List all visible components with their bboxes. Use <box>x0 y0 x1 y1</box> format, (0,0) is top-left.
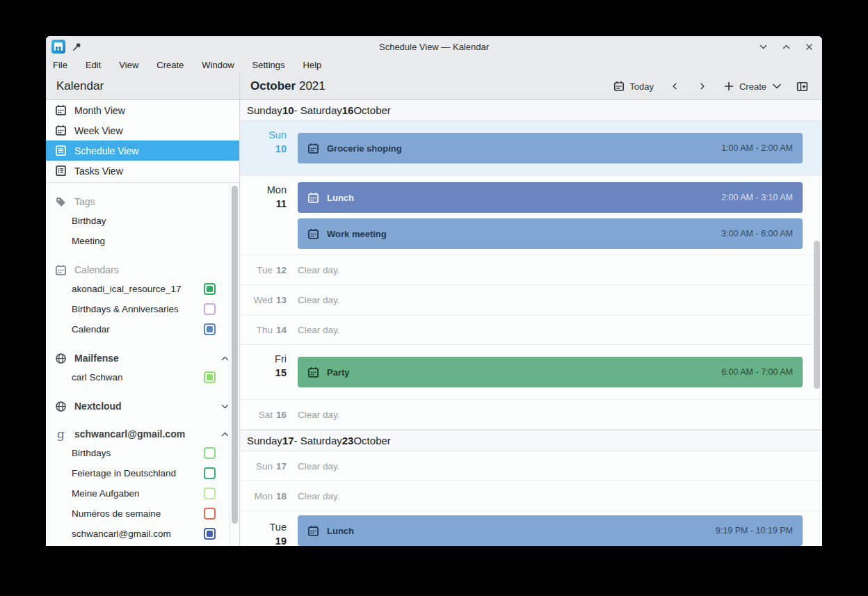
clear-day-label: Clear day. <box>298 410 340 420</box>
day-number: 19 <box>240 534 287 546</box>
date-cell: Mon 11 <box>240 176 298 255</box>
sidebar-item-month-view[interactable]: Month View <box>46 100 239 120</box>
week-header-day: 10 <box>282 104 294 116</box>
tag-item-birthday[interactable]: Birthday <box>46 211 239 231</box>
calendar-list-item[interactable]: Numéros de semaine <box>46 504 239 524</box>
close-button[interactable] <box>805 42 814 51</box>
event-card[interactable]: Work meeting 3:00 AM - 6:00 AM <box>298 218 803 249</box>
event-time: 9:19 PM - 10:19 PM <box>716 526 793 535</box>
calendar-checkbox[interactable] <box>204 323 216 335</box>
previous-button[interactable] <box>664 79 686 93</box>
sidebar-scrollbar[interactable] <box>230 184 239 546</box>
event-calendar-icon <box>307 525 319 537</box>
menu-edit[interactable]: Edit <box>84 58 102 72</box>
menu-help[interactable]: Help <box>302 58 323 72</box>
tag-item-meeting[interactable]: Meeting <box>46 231 239 251</box>
calendar-checkbox[interactable] <box>204 488 216 499</box>
calendar-checkbox[interactable] <box>204 371 216 383</box>
title-bar: Schedule View — Kalendar <box>46 36 822 57</box>
schedule-view: Sunday 10 - Saturday 16 October Sun 10 G… <box>240 100 822 546</box>
day-name: Tue <box>257 265 273 275</box>
calendar-list-item[interactable]: akonadi_ical_resource_17 <box>46 279 239 299</box>
event-card[interactable]: Grocerie shoping 1:00 AM - 2:00 AM <box>298 133 803 163</box>
calendar-checkbox[interactable] <box>204 303 216 315</box>
day-row-sat-16: Sat 16 Clear day. <box>240 400 822 430</box>
menu-create[interactable]: Create <box>155 58 185 72</box>
day-name: Wed <box>253 295 273 305</box>
calendar-list-item[interactable]: Birthdays <box>46 443 239 463</box>
event-calendar-icon <box>307 192 319 204</box>
create-button[interactable]: Create <box>719 78 787 95</box>
sidebar-item-tasks-view[interactable]: Tasks View <box>46 161 239 181</box>
day-name: Sun <box>256 461 273 472</box>
calendar-checkbox[interactable] <box>204 447 216 459</box>
today-button[interactable]: Today <box>609 78 658 95</box>
day-row-tue-19: Tue 19 Lunch 9:19 PM - 10:19 PM <box>240 511 822 546</box>
event-calendar-icon <box>307 143 319 154</box>
calendars-section: Calendars akonadi_ical_resource_17 Birth… <box>46 261 239 339</box>
account-header-gmail[interactable]: g schwancarl@gmail.com <box>46 425 239 443</box>
sidebar-scrollbar-thumb[interactable] <box>232 186 238 524</box>
calendar-list-item[interactable]: Meine Aufgaben <box>46 483 239 504</box>
event-time: 2:00 AM - 3:10 AM <box>721 193 793 202</box>
event-title: Work meeting <box>327 229 387 239</box>
menu-window[interactable]: Window <box>200 58 235 72</box>
event-title: Lunch <box>327 193 354 203</box>
date-cell: Wed 13 <box>240 295 298 305</box>
day-row-tue-12: Tue 12 Clear day. <box>240 255 822 285</box>
menu-settings[interactable]: Settings <box>251 58 287 72</box>
event-card[interactable]: Party 6:00 AM - 7:00 AM <box>298 357 803 387</box>
main-scrollbar[interactable] <box>813 100 821 546</box>
day-name: Thu <box>257 325 273 335</box>
event-card[interactable]: Lunch 2:00 AM - 3:10 AM <box>298 182 803 213</box>
calendar-checkbox[interactable] <box>204 528 216 540</box>
event-title: Grocerie shoping <box>327 143 402 154</box>
calendar-checkbox[interactable] <box>204 467 216 479</box>
maximize-button[interactable] <box>782 42 791 51</box>
account-label: Mailfense <box>74 353 119 364</box>
chevron-down-icon <box>771 81 782 92</box>
tags-section-header[interactable]: Tags <box>46 193 239 211</box>
clear-day-label: Clear day. <box>298 461 340 472</box>
calendar-checkbox[interactable] <box>204 283 216 295</box>
chevron-up-icon[interactable] <box>220 430 230 439</box>
day-name: Sat <box>259 410 273 420</box>
tag-label: Birthday <box>72 216 106 226</box>
chevron-down-icon[interactable] <box>220 402 230 411</box>
account-header-mailfense[interactable]: Mailfense <box>46 349 239 367</box>
menu-view[interactable]: View <box>118 58 140 72</box>
sidebar-item-week-view[interactable]: Week View <box>46 120 239 140</box>
account-header-nextcloud[interactable]: Nextcloud <box>46 397 239 415</box>
checkbox-fill <box>207 531 213 537</box>
calendar-list-item[interactable]: Feiertage in Deutschland <box>46 463 239 483</box>
app-window: Schedule View — Kalendar File Edit View … <box>46 36 822 546</box>
sidebar-item-schedule-view[interactable]: Schedule View <box>46 140 239 161</box>
date-cell: Tue 12 <box>240 265 298 275</box>
event-card[interactable]: Lunch 9:19 PM - 10:19 PM <box>298 515 803 546</box>
menu-file[interactable]: File <box>51 58 69 72</box>
minimize-button[interactable] <box>759 42 768 51</box>
checkbox-fill <box>207 326 213 332</box>
calendar-label: Calendar <box>72 324 110 335</box>
menu-bar: File Edit View Create Window Settings He… <box>46 57 822 73</box>
today-label: Today <box>629 81 654 92</box>
calendar-checkbox[interactable] <box>204 508 216 520</box>
toggle-panel-button[interactable] <box>792 78 812 95</box>
calendar-label: Birthdays & Anniversaries <box>72 304 179 314</box>
pin-icon[interactable] <box>72 42 82 52</box>
chevron-up-icon[interactable] <box>220 354 230 363</box>
calendars-section-header[interactable]: Calendars <box>46 261 239 279</box>
sidebar: Month View Week View Schedule View Tasks… <box>46 100 240 546</box>
week-header: Sunday 17 - Saturday 23 October <box>240 430 822 451</box>
day-name: Tue <box>240 521 287 534</box>
next-button[interactable] <box>691 79 714 93</box>
calendar-icon <box>55 264 67 276</box>
calendar-list-item[interactable]: carl Schwan <box>46 367 239 387</box>
section-label: Tags <box>74 196 95 207</box>
day-row-mon-18: Mon 18 Clear day. <box>240 481 822 511</box>
calendar-list-item[interactable]: Birthdays & Anniversaries <box>46 299 239 319</box>
main-scrollbar-thumb[interactable] <box>814 241 820 389</box>
calendar-list-item[interactable]: Calendar <box>46 319 239 339</box>
calendar-list-item[interactable]: schwancarl@gmail.com <box>46 524 239 544</box>
sidebar-item-label: Tasks View <box>74 166 123 177</box>
